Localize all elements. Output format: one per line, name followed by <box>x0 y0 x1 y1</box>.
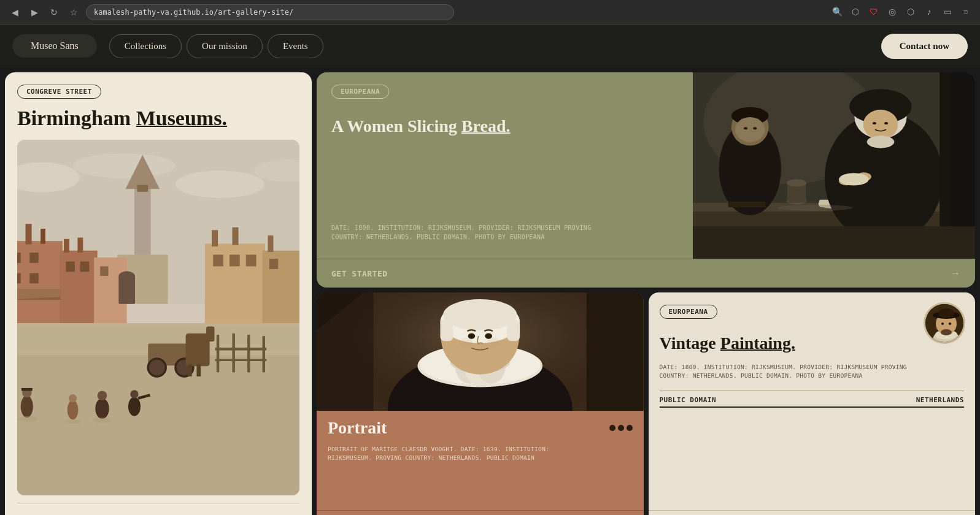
svg-point-150 <box>735 117 765 142</box>
svg-point-204 <box>938 308 954 318</box>
contact-button[interactable]: Contact now <box>881 34 968 59</box>
svg-rect-106 <box>246 255 257 267</box>
vintage-meta2: DATE: 1800. INSTITUTION: RIJKSMUSEUM. PR… <box>660 363 965 381</box>
svg-rect-113 <box>247 335 250 372</box>
vintage-domain-row: PUBLIC DOMAIN NETHERLANDS <box>660 396 965 406</box>
birmingham-title2: Birmingham Museums. <box>17 106 299 130</box>
svg-rect-91 <box>77 238 83 253</box>
search-browser-icon[interactable]: 🔍 <box>830 6 844 19</box>
vintage-divider1 <box>660 391 965 391</box>
screen-icon[interactable]: ▭ <box>941 6 954 19</box>
svg-point-206 <box>949 322 951 325</box>
portrait-image-area <box>317 292 644 411</box>
portrait-bottom: Portrait PORTRAIT OF MARITGE CLAESDR VOO… <box>317 411 644 510</box>
svg-point-78 <box>176 170 264 198</box>
bread-meta2: DATE: 1800. INSTITUTION: RIJKSMUSEUM. PR… <box>331 223 678 242</box>
address-bar[interactable]: kamalesh-pathy-va.github.io/art-gallery-… <box>86 4 454 20</box>
svg-rect-99 <box>17 273 21 284</box>
svg-point-127 <box>68 400 79 419</box>
forward-button[interactable]: ▶ <box>27 5 42 20</box>
navbar: Museo Sans Collections Our mission Event… <box>0 25 980 67</box>
share-icon[interactable]: ⬡ <box>849 6 862 19</box>
svg-point-156 <box>787 179 806 186</box>
left-column: CONGREVE STREET Birmingham Museums. <box>5 72 312 515</box>
svg-rect-121 <box>206 327 214 342</box>
svg-point-195 <box>487 338 501 348</box>
profile-icon[interactable]: ◎ <box>885 6 899 19</box>
svg-point-118 <box>148 359 166 376</box>
browser-icons-group: 🔍 ⬡ 🛡 ◎ ⬡ ♪ ▭ ≡ <box>830 6 973 19</box>
svg-rect-153 <box>728 202 766 207</box>
svg-point-174 <box>778 205 853 211</box>
portrait-title2: Portrait <box>328 418 387 438</box>
back-button[interactable]: ◀ <box>7 5 22 20</box>
portrait-title-row: Portrait <box>328 418 633 438</box>
bookmark-button[interactable]: ☆ <box>66 5 81 20</box>
vintage-tag: EUROPEANA <box>660 305 717 319</box>
actual-grid: CONGREVE STREET Birmingham Museums. <box>0 67 980 515</box>
svg-point-132 <box>130 390 138 398</box>
url-text: kamalesh-pathy-va.github.io/art-gallery-… <box>94 8 293 17</box>
svg-rect-95 <box>232 227 238 245</box>
svg-rect-96 <box>268 235 273 252</box>
nav-mission[interactable]: Our mission <box>187 34 263 58</box>
portrait-dots <box>609 425 633 431</box>
svg-rect-90 <box>64 239 69 253</box>
card-vintage2: EUROPEANA Vintage Paintaing. DATE: 1800.… <box>649 292 976 515</box>
vintage-netherlands: NETHERLANDS <box>916 396 964 404</box>
bread-tag2: EUROPEANA <box>331 85 389 99</box>
svg-point-165 <box>884 122 888 124</box>
svg-rect-112 <box>232 334 234 373</box>
svg-point-192 <box>468 333 476 338</box>
bread-get-started2: GET STARTED <box>331 269 388 278</box>
svg-rect-82 <box>137 185 148 192</box>
bread-arrow2: → <box>951 268 960 279</box>
svg-rect-103 <box>100 266 108 276</box>
svg-point-129 <box>95 399 109 419</box>
bread-text-area: EUROPEANA A Women Slicing Bread. DATE: 1… <box>317 72 693 259</box>
portrait-meta2: PORTRAIT OF MARITGE CLAESDR VOOGHT. DATE… <box>328 445 633 463</box>
svg-rect-173 <box>693 226 975 259</box>
extensions-icon[interactable]: ⬡ <box>904 6 917 19</box>
shield-icon[interactable]: 🛡 <box>867 6 881 19</box>
svg-point-170 <box>839 173 869 185</box>
birmingham-image2 <box>17 140 299 495</box>
svg-rect-98 <box>29 253 39 263</box>
svg-rect-111 <box>217 335 219 372</box>
vintage-title2: Vintage Paintaing. <box>660 334 965 353</box>
svg-rect-85 <box>60 251 97 327</box>
bread-title2: A Women Slicing Bread. <box>331 116 678 137</box>
svg-point-131 <box>128 397 141 416</box>
svg-rect-100 <box>29 273 39 284</box>
svg-rect-97 <box>17 253 21 263</box>
portrait-svg <box>317 292 644 411</box>
nav-events[interactable]: Events <box>268 34 323 58</box>
svg-rect-197 <box>587 292 644 411</box>
vintage-avatar <box>924 302 965 344</box>
portrait-footer2: GET STARTED → <box>317 510 644 515</box>
svg-rect-105 <box>230 255 240 267</box>
birmingham-tag2: CONGREVE STREET <box>17 85 101 99</box>
svg-point-152 <box>753 127 757 129</box>
svg-rect-120 <box>186 334 210 367</box>
svg-rect-93 <box>263 251 299 327</box>
nav-collections[interactable]: Collections <box>109 34 182 58</box>
svg-point-193 <box>485 333 492 338</box>
right-column: EUROPEANA A Women Slicing Bread. DATE: 1… <box>317 72 975 515</box>
dot3 <box>627 425 633 431</box>
vintage-footer: GET STARTED → <box>649 510 976 515</box>
svg-point-136 <box>93 418 112 423</box>
vintage-divider2 <box>660 406 965 408</box>
bread-painting2 <box>693 72 975 259</box>
svg-point-140 <box>118 271 135 282</box>
svg-rect-101 <box>66 262 75 272</box>
menu-icon[interactable]: ≡ <box>959 6 973 19</box>
music-icon[interactable]: ♪ <box>922 6 936 19</box>
svg-point-166 <box>867 135 895 148</box>
svg-point-124 <box>21 395 33 418</box>
card-bread2: EUROPEANA A Women Slicing Bread. DATE: 1… <box>317 72 975 288</box>
dot2 <box>618 425 624 431</box>
svg-rect-89 <box>41 229 45 244</box>
refresh-button[interactable]: ↻ <box>47 5 61 20</box>
svg-point-189 <box>443 299 517 330</box>
